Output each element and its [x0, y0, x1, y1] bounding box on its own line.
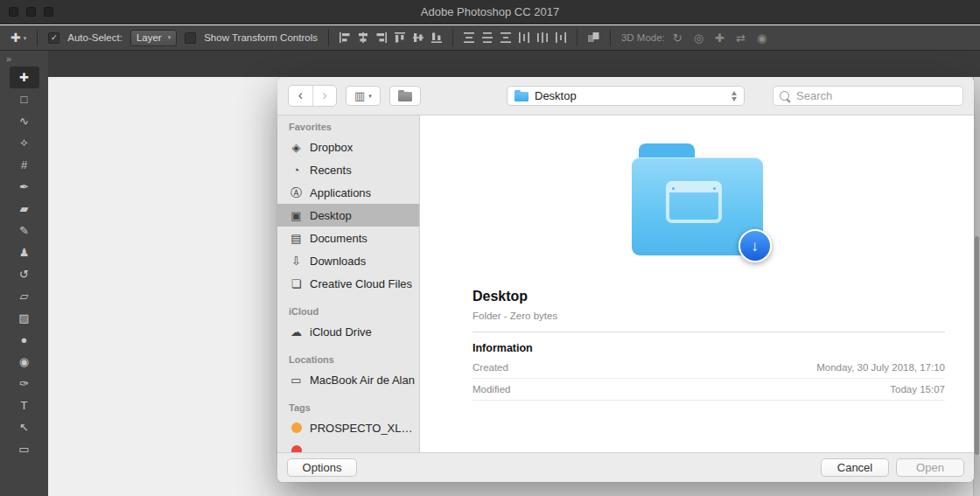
minimize-window-button[interactable] — [26, 7, 36, 17]
auto-select-checkbox[interactable]: ✓ — [48, 32, 60, 44]
sidebar-item-label: PROSPECTO_XLABS... — [310, 422, 419, 435]
preview-details: Desktop Folder - Zero bytes Information … — [420, 268, 974, 401]
lasso-tool[interactable]: ∿ — [10, 110, 39, 132]
separator — [37, 29, 38, 46]
desktop-folder-preview-icon: ↓ — [632, 143, 763, 268]
align-horizontal-centers-icon[interactable] — [358, 32, 368, 43]
clock-icon: ◔ — [289, 164, 304, 176]
preview-subtitle: Folder - Zero bytes — [472, 311, 945, 321]
tool-preset-picker[interactable]: ✚ ▾ — [10, 31, 26, 44]
rectangle-tool[interactable]: ▭ — [10, 438, 39, 460]
3d-mode-label: 3D Mode: — [621, 32, 665, 43]
auto-select-target-dropdown[interactable]: Layer ▾ — [130, 30, 177, 46]
options-button[interactable]: Options — [287, 458, 357, 477]
sidebar-item-label: MacBook Air de Alan — [310, 374, 415, 387]
eyedropper-tool[interactable]: ✒ — [10, 176, 39, 198]
cancel-button[interactable]: Cancel — [821, 458, 889, 477]
rectangular-marquee-tool[interactable]: □ — [10, 88, 39, 110]
3d-camera-icon[interactable]: ◉ — [757, 32, 766, 44]
sidebar-item-icloud-drive[interactable]: ☁ iCloud Drive — [277, 320, 419, 343]
sidebar-item-label: Dropbox — [310, 141, 353, 154]
distribute-bottom-edges-icon[interactable] — [500, 32, 511, 43]
align-left-edges-icon[interactable] — [340, 32, 350, 43]
eraser-tool[interactable]: ▱ — [10, 285, 39, 307]
location-value: Desktop — [535, 89, 725, 102]
expand-tools-panel-button[interactable]: » — [0, 51, 48, 66]
crop-tool[interactable]: # — [10, 154, 39, 176]
sidebar-section-locations: Locations — [277, 354, 419, 368]
window-title: Adobe Photoshop CC 2017 — [421, 5, 559, 18]
align-top-edges-icon[interactable] — [395, 32, 405, 43]
pen-tool[interactable]: ✑ — [10, 373, 39, 395]
location-popup[interactable]: Desktop — [507, 86, 745, 106]
distribute-left-edges-icon[interactable] — [519, 32, 529, 43]
sidebar-item-desktop[interactable]: ▣ Desktop — [277, 204, 419, 227]
back-button[interactable]: ‹ — [289, 86, 312, 106]
sidebar-item-tag-red[interactable] — [277, 439, 419, 452]
chevron-down-icon: ▾ — [24, 35, 27, 41]
search-input[interactable] — [794, 88, 956, 103]
close-window-button[interactable] — [9, 7, 18, 17]
path-selection-tool[interactable]: ↖ — [10, 416, 39, 438]
cloud-icon: ☁ — [289, 326, 304, 338]
quick-selection-tool[interactable]: ✧ — [10, 132, 39, 154]
search-field — [773, 86, 963, 106]
align-right-edges-icon[interactable] — [376, 32, 387, 43]
sidebar-item-downloads[interactable]: ⇩ Downloads — [277, 249, 419, 272]
brush-tool[interactable]: ✎ — [10, 220, 39, 241]
view-mode-button[interactable]: ▥ ▾ — [346, 86, 381, 106]
open-button[interactable]: Open — [896, 458, 964, 477]
background-scrollbar[interactable] — [973, 77, 980, 496]
type-tool[interactable]: T — [10, 395, 39, 416]
info-row-created: Created Monday, 30 July 2018, 17:10 — [472, 357, 945, 379]
distribute-vertical-centers-icon[interactable] — [482, 32, 493, 43]
auto-align-layers-icon[interactable] — [588, 32, 599, 43]
desktop-folder-icon — [514, 92, 528, 101]
sidebar-item-recents[interactable]: ◔ Recents — [277, 158, 419, 181]
red-tag-icon — [291, 445, 302, 452]
show-transform-controls-checkbox[interactable] — [185, 32, 196, 44]
distribute-buttons — [464, 32, 566, 43]
new-folder-button[interactable] — [389, 86, 421, 106]
sidebar-item-documents[interactable]: ▤ Documents — [277, 227, 419, 249]
3d-pan-icon[interactable]: ✚ — [715, 32, 724, 44]
3d-roll-icon[interactable]: ◎ — [694, 32, 704, 44]
3d-orbit-icon[interactable]: ↻ — [673, 32, 682, 44]
distribute-right-edges-icon[interactable] — [556, 32, 566, 43]
blur-tool[interactable]: ● — [10, 329, 39, 351]
sidebar-item-label: Recents — [310, 164, 352, 177]
sidebar-item-tag-prospecto[interactable]: PROSPECTO_XLABS... — [277, 416, 419, 439]
sidebar-item-label: Applications — [310, 186, 371, 199]
align-vertical-centers-icon[interactable] — [413, 32, 424, 43]
separator — [577, 29, 578, 46]
created-label: Created — [472, 362, 508, 373]
sidebar-item-applications[interactable]: Ⓐ Applications — [277, 181, 419, 204]
distribute-horizontal-centers-icon[interactable] — [537, 32, 548, 43]
clone-stamp-tool[interactable]: ♟ — [10, 241, 39, 263]
column-view-icon: ▥ — [354, 90, 365, 101]
preview-pane: ↓ Desktop Folder - Zero bytes Informatio… — [420, 115, 974, 452]
modified-label: Modified — [472, 384, 510, 395]
3d-slide-icon[interactable]: ⇄ — [736, 32, 746, 44]
spot-healing-brush-tool[interactable]: ▰ — [10, 198, 39, 220]
laptop-icon: ▭ — [289, 374, 304, 386]
sidebar-item-dropbox[interactable]: ◈ Dropbox — [277, 136, 419, 158]
sidebar-section-icloud: iCloud — [277, 306, 419, 320]
options-bar: ✚ ▾ ✓ Auto-Select: Layer ▾ Show Transfor… — [0, 25, 980, 51]
history-brush-tool[interactable]: ↺ — [10, 263, 39, 285]
sidebar-item-macbook-air[interactable]: ▭ MacBook Air de Alan — [277, 368, 419, 391]
dialog-toolbar: ‹ › ▥ ▾ Desktop — [277, 77, 974, 115]
sidebar-item-label: Documents — [310, 232, 368, 245]
gradient-tool[interactable]: ▨ — [10, 307, 39, 329]
scrollbar-thumb[interactable] — [975, 236, 979, 455]
align-bottom-edges-icon[interactable] — [431, 32, 442, 43]
align-buttons — [340, 32, 442, 43]
desktop-icon: ▣ — [289, 210, 304, 221]
forward-button[interactable]: › — [312, 86, 336, 106]
move-tool[interactable]: ✚ — [10, 66, 39, 88]
sidebar-item-creative-cloud-files[interactable]: ❏ Creative Cloud Files — [277, 272, 419, 295]
zoom-window-button[interactable] — [44, 7, 53, 17]
distribute-top-edges-icon[interactable] — [464, 32, 474, 43]
dodge-tool[interactable]: ◉ — [10, 351, 39, 373]
download-badge-icon: ↓ — [738, 229, 772, 262]
